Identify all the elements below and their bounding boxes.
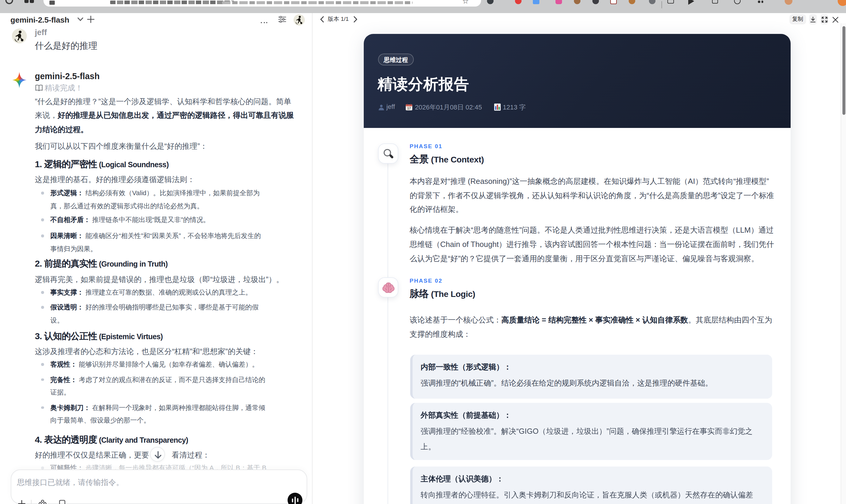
svg-text:17: 17 [407,107,410,110]
